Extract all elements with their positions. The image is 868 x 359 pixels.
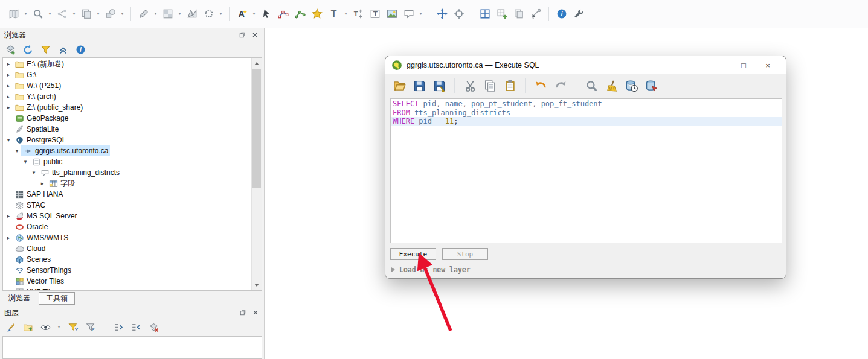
digitize-line-icon[interactable] [275,6,291,22]
raster-checker-icon[interactable] [160,6,176,22]
browser-scrollbar[interactable] [251,58,262,290]
open-layer-styling-icon[interactable] [4,320,17,334]
tree-item-fields[interactable]: ▸字段 [3,178,251,189]
layers-list[interactable] [2,336,262,359]
tree-item-postgresql[interactable]: ▾PostgreSQL [3,135,251,145]
dashed-polygon-dropdown-icon[interactable]: ▾ [218,6,223,22]
expand-arrow-icon[interactable]: ▸ [4,232,13,243]
grid-extent-icon[interactable] [477,6,493,22]
html-annotation-icon[interactable] [401,6,417,22]
map-magnifier-icon[interactable] [30,6,46,22]
scroll-up-icon[interactable] [252,59,262,68]
expand-arrow-icon[interactable]: ▸ [4,102,13,113]
expand-arrow-icon[interactable]: ▸ [4,59,13,69]
manage-map-themes-dropdown-icon[interactable]: ▾ [56,319,62,335]
tree-item-ms-sql-server[interactable]: ▸MS SQL Server [3,211,251,221]
tree-item-stac[interactable]: STAC [3,200,251,211]
geometry-shapes-icon[interactable] [103,6,118,22]
expand-arrow-icon[interactable]: ▸ [4,211,13,221]
help-info-icon[interactable]: i [554,6,570,22]
refresh-icon[interactable] [21,43,34,56]
filter-by-expression-icon[interactable]: ε [84,320,97,334]
auto-label-dropdown-icon[interactable]: ▾ [251,6,257,22]
folded-map-dropdown-icon[interactable]: ▾ [23,6,28,22]
paste-icon[interactable] [501,77,518,94]
tree-item-drive-e[interactable]: ▸E:\ (新加卷) [3,59,251,69]
expand-all-icon[interactable] [112,320,125,334]
pencil-edit-icon[interactable] [136,6,152,22]
redo-icon[interactable] [552,77,569,94]
pointer-select-icon[interactable] [259,6,274,22]
save-as-icon[interactable] [431,77,448,94]
text-annotation-icon[interactable]: T [326,6,342,22]
tree-item-schema-public[interactable]: ▾public [3,156,251,167]
new-grid-icon[interactable] [494,6,510,22]
properties-widget-icon[interactable]: i [74,43,87,56]
tree-item-xyz-tiles[interactable]: ▸XYZ Tiles [3,287,251,291]
tree-item-spatialite[interactable]: SpatiaLite [3,124,251,135]
filter-legend-icon[interactable]: ? [66,320,80,334]
tree-item-cloud[interactable]: Cloud [3,243,251,254]
tree-item-geopackage[interactable]: GeoPackage [3,113,251,124]
share-nodes-icon[interactable] [54,6,70,22]
query-history-icon[interactable] [623,77,640,94]
folded-map-icon[interactable] [6,6,22,22]
scroll-down-icon[interactable] [252,280,262,290]
scrollbar-thumb[interactable] [252,69,261,188]
tree-item-drive-y[interactable]: ▸Y:\ (arch) [3,91,251,102]
browser-float-icon[interactable] [237,30,247,40]
execute-button[interactable]: Execute [390,248,436,260]
duplicate-sheets-dropdown-icon[interactable]: ▾ [95,6,101,22]
collapse-all-icon[interactable] [56,43,69,56]
minimize-button[interactable]: – [707,56,731,74]
tree-item-sap-hana[interactable]: SAP HANA [3,189,251,200]
mesh-triangles-icon[interactable] [184,6,200,22]
load-as-new-layer-section[interactable]: Load as new layer [391,265,471,274]
geometry-shapes-dropdown-icon[interactable]: ▾ [120,6,125,22]
raster-checker-dropdown-icon[interactable]: ▾ [177,6,182,22]
tree-item-drive-g[interactable]: ▸G:\ [3,69,251,80]
collapse-arrow-icon[interactable]: ▾ [13,145,21,156]
cut-icon[interactable] [461,77,478,94]
expand-arrow-icon[interactable]: ▸ [38,178,47,189]
dashed-polygon-icon[interactable] [201,6,217,22]
copy-style-icon[interactable] [511,6,527,22]
collapse-arrow-icon[interactable]: ▾ [21,156,30,167]
map-magnifier-dropdown-icon[interactable]: ▾ [47,6,53,22]
move-annotation-icon[interactable]: T [350,6,366,22]
add-selected-layers-icon[interactable] [4,43,17,56]
collapse-arrow-icon[interactable]: ▾ [4,135,13,145]
tree-item-scenes[interactable]: Scenes [3,254,251,265]
expand-arrow-icon[interactable]: ▸ [4,69,13,80]
pan-arrows-icon[interactable] [434,6,450,22]
filter-browser-icon[interactable] [39,43,52,56]
auto-label-icon[interactable]: A [234,6,250,22]
pencil-edit-dropdown-icon[interactable]: ▾ [153,6,158,22]
tab-browser[interactable]: 浏览器 [2,293,37,304]
sql-editor[interactable]: SELECT pid, name, pop_pt_student, pop_ft… [390,98,782,243]
tree-item-oracle[interactable]: Oracle [3,221,251,232]
layers-close-icon[interactable] [251,308,260,317]
form-annotation-icon[interactable]: T [367,6,383,22]
share-nodes-dropdown-icon[interactable]: ▾ [71,6,77,22]
tree-item-drive-w[interactable]: ▸W:\ (P251) [3,80,251,91]
expand-arrow-icon[interactable]: ▸ [4,80,13,91]
dialog-titlebar[interactable]: ggrgis.utsc.utoronto.ca — Execute SQL – … [385,56,786,74]
execute-query-icon[interactable] [643,77,660,94]
duplicate-sheets-icon[interactable] [79,6,94,22]
tree-item-table-tts-planning-districts[interactable]: ▾tts_planning_districts [3,167,251,178]
add-group-icon[interactable] [21,320,34,334]
settings-wrench-icon[interactable] [571,6,587,22]
find-icon[interactable] [583,77,600,94]
close-button[interactable]: × [756,56,780,74]
browser-close-icon[interactable] [250,30,260,40]
tree-item-connection-ggrgis[interactable]: ▾ggrgis.utsc.utoronto.ca [3,145,251,156]
text-annotation-dropdown-icon[interactable]: ▾ [343,6,349,22]
expand-arrow-icon[interactable]: ▸ [4,287,13,291]
line-select-icon[interactable] [528,6,544,22]
collapse-all-icon[interactable] [129,320,143,334]
tab-toolbox[interactable]: 工具箱 [39,292,75,305]
save-icon[interactable] [411,77,428,94]
open-file-icon[interactable] [391,77,408,94]
favorites-star-icon[interactable] [309,6,325,22]
